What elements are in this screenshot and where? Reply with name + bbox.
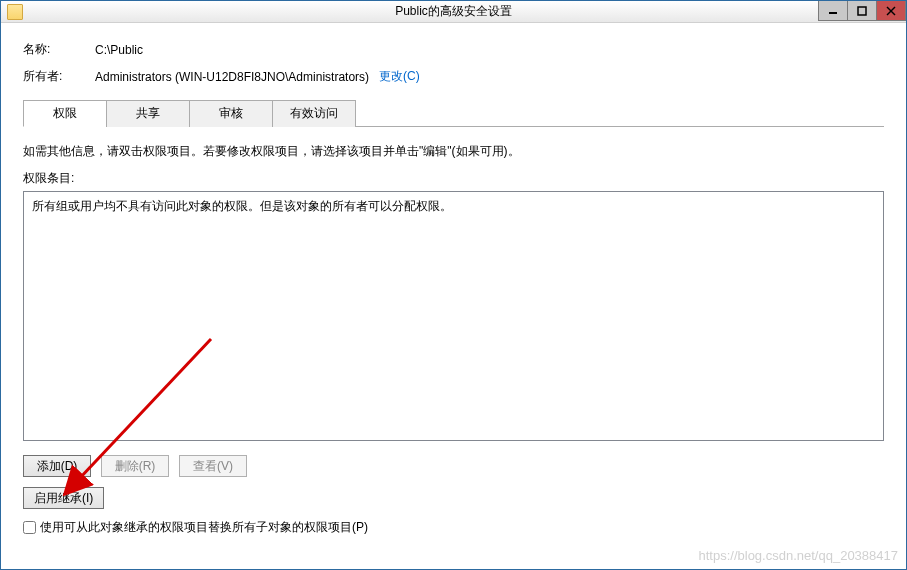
name-label: 名称: — [23, 41, 95, 58]
tab-effective-access[interactable]: 有效访问 — [272, 100, 356, 127]
folder-icon — [7, 4, 23, 20]
owner-value: Administrators (WIN-U12D8FI8JNO\Administ… — [95, 70, 369, 84]
tab-share[interactable]: 共享 — [106, 100, 190, 127]
close-icon — [886, 6, 896, 16]
minimize-button[interactable] — [818, 1, 848, 21]
remove-button: 删除(R) — [101, 455, 169, 477]
replace-child-permissions-checkbox[interactable] — [23, 521, 36, 534]
name-value: C:\Public — [95, 43, 143, 57]
view-button: 查看(V) — [179, 455, 247, 477]
minimize-icon — [828, 6, 838, 16]
name-row: 名称: C:\Public — [23, 41, 884, 58]
titlebar: Public的高级安全设置 — [1, 1, 906, 23]
inherit-row: 启用继承(I) — [23, 487, 884, 509]
window-title: Public的高级安全设置 — [395, 3, 512, 20]
owner-row: 所有者: Administrators (WIN-U12D8FI8JNO\Adm… — [23, 68, 884, 85]
owner-label: 所有者: — [23, 68, 95, 85]
tab-strip: 权限 共享 审核 有效访问 — [23, 99, 884, 127]
enable-inherit-button[interactable]: 启用继承(I) — [23, 487, 104, 509]
close-button[interactable] — [876, 1, 906, 21]
svg-rect-1 — [858, 7, 866, 15]
permissions-empty-message: 所有组或用户均不具有访问此对象的权限。但是该对象的所有者可以分配权限。 — [32, 199, 452, 213]
watermark: https://blog.csdn.net/qq_20388417 — [699, 548, 899, 563]
permissions-list[interactable]: 所有组或用户均不具有访问此对象的权限。但是该对象的所有者可以分配权限。 — [23, 191, 884, 441]
action-buttons: 添加(D) 删除(R) 查看(V) — [23, 455, 884, 477]
maximize-icon — [857, 6, 867, 16]
window-controls — [819, 1, 906, 21]
tab-audit[interactable]: 审核 — [189, 100, 273, 127]
advanced-security-window: Public的高级安全设置 名称: C:\Public 所有者: Adminis… — [0, 0, 907, 570]
permissions-list-label: 权限条目: — [23, 170, 884, 187]
change-owner-link[interactable]: 更改(C) — [379, 68, 420, 85]
tab-permissions[interactable]: 权限 — [23, 100, 107, 127]
maximize-button[interactable] — [847, 1, 877, 21]
replace-child-permissions-label[interactable]: 使用可从此对象继承的权限项目替换所有子对象的权限项目(P) — [40, 519, 368, 536]
instruction-text: 如需其他信息，请双击权限项目。若要修改权限项目，请选择该项目并单击"编辑"(如果… — [23, 143, 884, 160]
content-area: 名称: C:\Public 所有者: Administrators (WIN-U… — [1, 23, 906, 536]
replace-child-permissions-row: 使用可从此对象继承的权限项目替换所有子对象的权限项目(P) — [23, 519, 884, 536]
add-button[interactable]: 添加(D) — [23, 455, 91, 477]
